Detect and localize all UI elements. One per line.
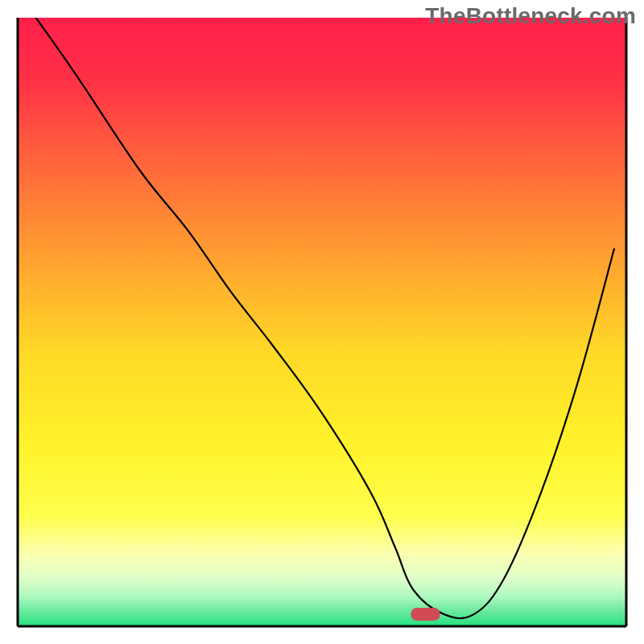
chart-background — [18, 18, 626, 626]
bottleneck-chart — [0, 0, 644, 644]
chart-container: TheBottleneck.com — [0, 0, 644, 644]
optimum-marker — [411, 608, 440, 621]
